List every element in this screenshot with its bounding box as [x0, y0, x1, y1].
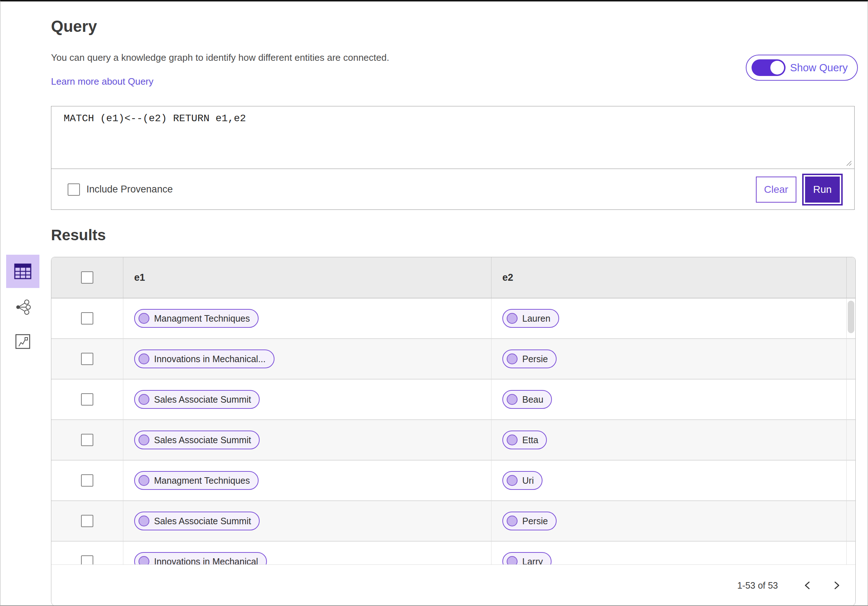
show-query-label: Show Query: [790, 62, 848, 74]
entity-pill[interactable]: Sales Associate Summit: [134, 430, 260, 449]
query-page: Query You can query a knowledge graph to…: [0, 0, 868, 606]
run-button[interactable]: Run: [802, 174, 843, 205]
learn-more-link[interactable]: Learn more about Query: [51, 76, 153, 87]
entity-dot-icon: [507, 353, 518, 364]
page-title: Query: [51, 17, 97, 36]
column-header-e2-label: e2: [502, 272, 513, 283]
entity-pill[interactable]: Etta: [502, 430, 547, 449]
query-actions-bar: Include Provenance Clear Run: [51, 169, 854, 210]
pagination-bar: 1-53 of 53: [51, 564, 856, 606]
pagination-range-label: 1-53 of 53: [737, 580, 778, 591]
scrollbar-gutter: [846, 379, 856, 419]
network-icon: [14, 299, 31, 315]
entity-pill[interactable]: Sales Associate Summit: [134, 511, 260, 530]
entity-pill[interactable]: Uri: [502, 471, 542, 490]
entity-dot-icon: [138, 394, 149, 405]
entity-dot-icon: [138, 516, 149, 527]
table-row: Managment Techniques Uri: [51, 461, 856, 501]
clear-button[interactable]: Clear: [756, 177, 797, 203]
prev-page-button[interactable]: [800, 577, 815, 594]
query-description: You can query a knowledge graph to ident…: [51, 52, 389, 63]
scrollbar-gutter: [846, 420, 856, 460]
link-chart-icon: [15, 334, 31, 350]
entity-dot-icon: [507, 475, 518, 486]
row-checkbox[interactable]: [81, 353, 93, 365]
column-header-e1[interactable]: e1: [123, 257, 491, 298]
table-row: Managment Techniques Lauren: [51, 298, 856, 339]
table-view-button[interactable]: [6, 255, 39, 288]
table-icon: [14, 263, 31, 279]
entity-pill[interactable]: Managment Techniques: [134, 309, 259, 328]
entity-pill[interactable]: Sales Associate Summit: [134, 390, 260, 409]
scrollbar-gutter: [846, 339, 856, 379]
entity-dot-icon: [138, 313, 149, 324]
row-checkbox[interactable]: [81, 515, 93, 527]
column-header-e1-label: e1: [134, 272, 145, 283]
link-chart-view-button[interactable]: [6, 329, 39, 354]
entity-dot-icon: [507, 516, 518, 527]
table-row: Sales Associate Summit Beau: [51, 379, 856, 420]
toggle-switch-icon[interactable]: [752, 59, 786, 76]
include-provenance-checkbox[interactable]: [68, 183, 80, 196]
query-text[interactable]: MATCH (e1)<--(e2) RETURN e1,e2: [64, 113, 246, 124]
view-switcher-rail: [6, 255, 39, 354]
table-row: Innovations in Mechanical... Persie: [51, 339, 856, 379]
entity-dot-icon: [138, 353, 149, 364]
scrollbar-gutter: [846, 257, 856, 298]
entity-dot-icon: [138, 475, 149, 486]
table-scrollbar-thumb[interactable]: [848, 301, 854, 333]
table-row: Sales Associate Summit Etta: [51, 420, 856, 461]
entity-dot-icon: [138, 435, 149, 445]
query-input[interactable]: MATCH (e1)<--(e2) RETURN e1,e2: [51, 106, 854, 169]
graph-view-button[interactable]: [6, 295, 39, 320]
scrollbar-gutter: [846, 501, 856, 541]
row-checkbox[interactable]: [81, 312, 93, 325]
column-header-e2[interactable]: e2: [491, 257, 846, 298]
table-header-row: e1 e2: [51, 257, 856, 298]
table-row: Sales Associate Summit Persie: [51, 501, 856, 542]
resize-handle-icon[interactable]: [844, 158, 852, 167]
entity-pill[interactable]: Innovations in Mechanical...: [134, 350, 274, 368]
row-checkbox[interactable]: [81, 393, 93, 406]
toggle-knob: [770, 61, 784, 75]
entity-pill[interactable]: Beau: [502, 390, 552, 409]
scrollbar-gutter: [846, 461, 856, 500]
chevron-left-icon: [803, 580, 813, 590]
next-page-button[interactable]: [829, 577, 845, 594]
row-checkbox[interactable]: [81, 434, 93, 446]
entity-dot-icon: [507, 394, 518, 405]
row-checkbox[interactable]: [81, 474, 93, 486]
entity-pill[interactable]: Persie: [502, 350, 556, 368]
run-button-label: Run: [805, 177, 840, 203]
results-table: e1 e2 Managment Techniques Lauren Innova…: [51, 257, 856, 606]
query-editor-panel: MATCH (e1)<--(e2) RETURN e1,e2 Include P…: [51, 106, 855, 210]
entity-pill[interactable]: Managment Techniques: [134, 471, 259, 490]
include-provenance-label: Include Provenance: [87, 184, 173, 195]
show-query-toggle[interactable]: Show Query: [746, 54, 858, 81]
include-provenance-option[interactable]: Include Provenance: [68, 183, 173, 196]
entity-pill[interactable]: Lauren: [502, 309, 559, 328]
chevron-right-icon: [831, 580, 842, 590]
results-title: Results: [51, 227, 106, 244]
select-all-checkbox[interactable]: [81, 271, 93, 284]
entity-pill[interactable]: Persie: [502, 511, 556, 530]
entity-dot-icon: [507, 435, 518, 445]
select-all-cell: [51, 257, 123, 298]
entity-dot-icon: [507, 313, 518, 324]
